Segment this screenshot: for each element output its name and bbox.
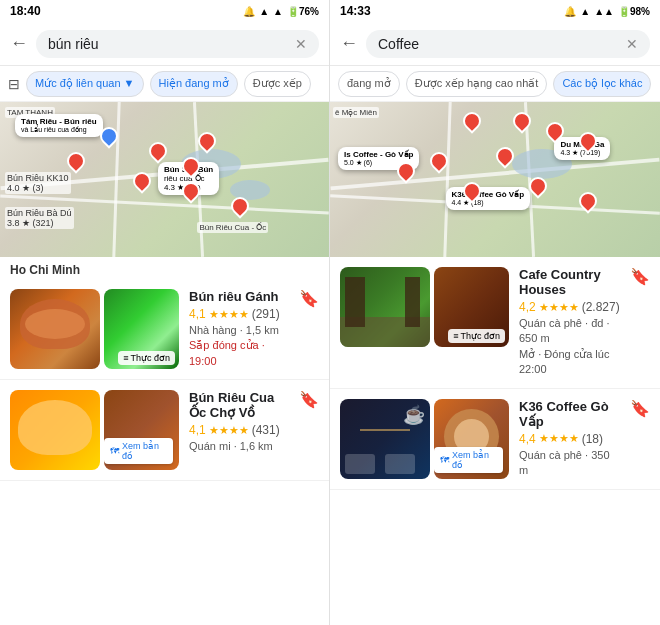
left-search-bar: ← bún riêu ✕	[0, 22, 329, 66]
right-map-pin-7[interactable]	[396, 162, 412, 182]
filter-chip-sort[interactable]: Được xếp	[244, 71, 311, 97]
right-card-rating-1: 4,2 ★★★★ (2.827)	[519, 300, 620, 314]
right-map-pin-2[interactable]	[512, 112, 528, 132]
right-rating-value-2: 4,4	[519, 432, 536, 446]
card-info-1: Bún riêu Gánh 4,1 ★★★★ (291) Nhà hàng · …	[189, 289, 289, 369]
right-rating-value-1: 4,2	[519, 300, 536, 314]
filter-chip-relevance[interactable]: Mức độ liên quan ▼	[26, 71, 144, 97]
right-status-icons: 🔔 ▲ ▲▲ 🔋98%	[564, 6, 650, 17]
left-back-button[interactable]: ←	[10, 33, 28, 54]
right-map-pin-1[interactable]	[462, 112, 478, 132]
left-filter-bar: ⊟ Mức độ liên quan ▼ Hiện đang mở Được x…	[0, 66, 329, 102]
right-card-img-outdoor	[340, 267, 430, 347]
map-pin-1[interactable]	[99, 127, 115, 147]
right-time: 14:33	[340, 4, 371, 18]
right-battery-icon: 🔋98%	[618, 6, 650, 17]
map-bubble-tam-rieu: Tám Riêu - Bún riêu và Lẩu riêu cua đồng	[15, 114, 103, 137]
right-search-box[interactable]: Coffee ✕	[366, 30, 650, 58]
left-status-icons: 🔔 ▲ ▲ 🔋76%	[243, 6, 319, 17]
map-view-btn-1[interactable]: 🗺 Xem bản đồ	[104, 438, 173, 464]
right-map-pin-8[interactable]	[528, 177, 544, 197]
right-search-bar: ← Coffee ✕	[330, 22, 660, 66]
right-card-info-2: K36 Coffee Gò Vấp 4,4 ★★★★ (18) Quán cà …	[519, 399, 620, 479]
left-map[interactable]: TAM THANH Tám Riêu - Bún riêu và Lẩu riê…	[0, 102, 329, 257]
map-label-bun-rieu-ba-du: Bún Riêu Bà Dú3.8 ★ (321)	[5, 207, 74, 229]
right-card-rating-2: 4,4 ★★★★ (18)	[519, 432, 620, 446]
right-map-pin-6[interactable]	[429, 152, 445, 172]
map-pin-5[interactable]	[132, 172, 148, 192]
card-meta-1: Nhà hàng · 1,5 km Sắp đóng cửa · 19:00	[189, 323, 289, 369]
map-pin-8[interactable]	[66, 152, 82, 172]
right-filter-chip-top[interactable]: Được xếp hạng cao nhất	[406, 71, 548, 97]
map-label-1: Xem bản đồ	[122, 441, 167, 461]
right-map-pin-9[interactable]	[462, 182, 478, 202]
map-icon-1: 🗺	[110, 446, 119, 456]
right-rating-count-2: (18)	[582, 432, 603, 446]
filter-relevance-label: Mức độ liên quan ▼	[35, 77, 135, 90]
card-status-1: Sắp đóng cửa · 19:00	[189, 338, 289, 369]
result-card-cafe-country: ≡ Thực đơn Cafe Country Houses 4,2 ★★★★ …	[330, 257, 660, 389]
right-map-pin-4[interactable]	[578, 132, 594, 152]
left-search-text: bún riêu	[48, 36, 99, 52]
card-images-1: ≡ Thực đơn	[10, 289, 179, 369]
stars-2: ★★★★	[209, 424, 249, 437]
right-stars-2: ★★★★	[539, 432, 579, 445]
bookmark-btn-1[interactable]: 🔖	[299, 289, 319, 369]
right-notification-icon: 🔔	[564, 6, 576, 17]
right-filter-chip-more[interactable]: Các bộ lọc khác	[553, 71, 651, 97]
left-results: ≡ Thực đơn Bún riêu Gánh 4,1 ★★★★ (291) …	[0, 279, 329, 625]
rating-count-1: (291)	[252, 307, 280, 321]
right-status-bar: 14:33 🔔 ▲ ▲▲ 🔋98%	[330, 0, 660, 22]
left-search-box[interactable]: bún riêu ✕	[36, 30, 319, 58]
right-card-name-2: K36 Coffee Gò Vấp	[519, 399, 620, 429]
right-card-img-coffee: ≡ Thực đơn	[434, 267, 509, 347]
right-bookmark-btn-2[interactable]: 🔖	[630, 399, 650, 479]
right-map-label-moc-mien: ê Mộc Miên	[333, 107, 379, 118]
left-section-title: Ho Chi Minh	[0, 257, 329, 279]
right-map[interactable]: ê Mộc Miên Is Coffee - Gò Vấp 5.0 ★ (6) …	[330, 102, 660, 257]
card-name-1: Bún riêu Gánh	[189, 289, 289, 304]
right-card-images-2: ☕ 🗺 Xem bản đồ	[340, 399, 509, 479]
right-bookmark-btn-1[interactable]: 🔖	[630, 267, 650, 378]
map-pin-2[interactable]	[148, 142, 164, 162]
right-map-pin-10[interactable]	[578, 192, 594, 212]
right-results: ≡ Thực đơn Cafe Country Houses 4,2 ★★★★ …	[330, 257, 660, 625]
right-filter-top-label: Được xếp hạng cao nhất	[415, 77, 539, 90]
card-rating-2: 4,1 ★★★★ (431)	[189, 423, 289, 437]
right-wifi-icon: ▲	[580, 6, 590, 17]
right-map-label: Xem bản đồ	[452, 450, 497, 470]
map-pin-6[interactable]	[181, 182, 197, 202]
right-map-pin-3[interactable]	[545, 122, 561, 142]
card-rating-1: 4,1 ★★★★ (291)	[189, 307, 289, 321]
left-time: 18:40	[10, 4, 41, 18]
right-back-button[interactable]: ←	[340, 33, 358, 54]
left-panel: 18:40 🔔 ▲ ▲ 🔋76% ← bún riêu ✕ ⊟ Mức độ l…	[0, 0, 330, 625]
right-card-meta-1: Quán cà phê · đd · 650 m Mở · Đóng cửa l…	[519, 316, 620, 378]
right-card-info-1: Cafe Country Houses 4,2 ★★★★ (2.827) Quá…	[519, 267, 620, 378]
right-stars-1: ★★★★	[539, 301, 579, 314]
right-map-view-btn[interactable]: 🗺 Xem bản đồ	[434, 447, 503, 473]
right-filter-chip-open[interactable]: đang mở	[338, 71, 400, 97]
right-card-hours-1: Mở · Đóng cửa lúc 22:00	[519, 347, 620, 378]
notification-icon: 🔔	[243, 6, 255, 17]
right-card-type-1: Quán cà phê · đd · 650 m	[519, 316, 620, 347]
result-card-k36: ☕ 🗺 Xem bản đồ K36 Coffee Gò Vấp 4,4 ★★★…	[330, 389, 660, 490]
bookmark-btn-2[interactable]: 🔖	[299, 390, 319, 470]
right-map-pin-5[interactable]	[495, 147, 511, 167]
map-pin-3[interactable]	[181, 157, 197, 177]
map-pin-7[interactable]	[230, 197, 246, 217]
map-pin-4[interactable]	[197, 132, 213, 152]
right-card-type-2: Quán cà phê · 350 m	[519, 448, 620, 479]
right-card-img-indoor: ☕	[340, 399, 430, 479]
card-type-distance-2: Quán mi · 1,6 km	[189, 439, 289, 454]
menu-label: Thực đơn	[130, 353, 170, 363]
left-clear-button[interactable]: ✕	[295, 36, 307, 52]
rating-value-1: 4,1	[189, 307, 206, 321]
right-card-images-1: ≡ Thực đơn	[340, 267, 509, 378]
rating-count-2: (431)	[252, 423, 280, 437]
filter-sort-label: Được xếp	[253, 77, 302, 90]
wifi-icon: ▲	[259, 6, 269, 17]
filter-chip-open[interactable]: Hiện đang mở	[150, 71, 238, 97]
card-name-2: Bún Riêu Cua Ốc Chợ Vồ	[189, 390, 289, 420]
right-clear-button[interactable]: ✕	[626, 36, 638, 52]
